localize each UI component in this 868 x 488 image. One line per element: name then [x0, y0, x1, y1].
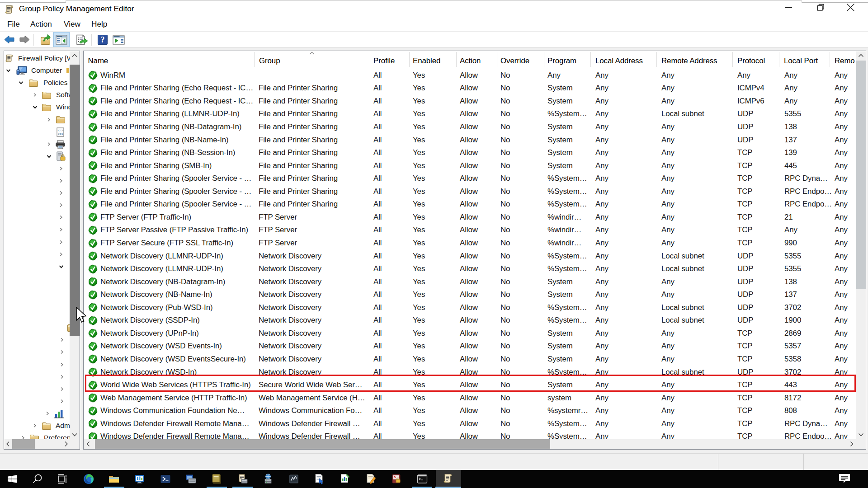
svg-text:<=>: <=>	[58, 129, 64, 132]
svg-text:?: ?	[101, 35, 105, 44]
svg-text:<=>: <=>	[58, 132, 64, 136]
